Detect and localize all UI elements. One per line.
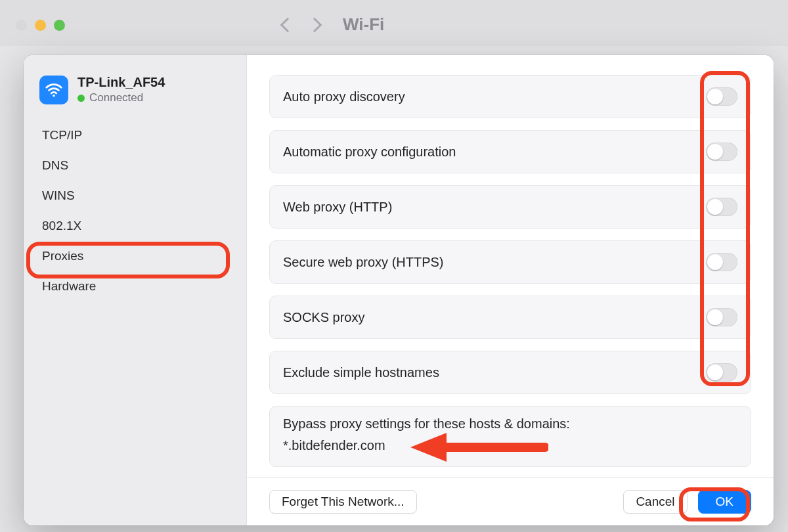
status-dot-icon (77, 95, 85, 102)
proxy-row-https[interactable]: Secure web proxy (HTTPS) (269, 240, 751, 284)
bypass-group[interactable]: Bypass proxy settings for these hosts & … (269, 406, 751, 467)
row-label: Secure web proxy (HTTPS) (283, 255, 444, 270)
sidebar-item-proxies[interactable]: Proxies (38, 241, 237, 271)
forget-network-button[interactable]: Forget This Network... (269, 490, 417, 514)
ok-button[interactable]: OK (698, 490, 751, 514)
proxy-row-auto-config[interactable]: Automatic proxy configuration (269, 130, 751, 173)
back-icon[interactable] (280, 17, 296, 32)
network-name: TP-Link_AF54 (77, 75, 165, 90)
sidebar-item-8021x[interactable]: 802.1X (38, 211, 237, 241)
svg-point-0 (53, 95, 55, 97)
row-label: Exclude simple hostnames (283, 365, 439, 380)
bypass-value[interactable]: *.bitdefender.com (283, 438, 737, 453)
cancel-button[interactable]: Cancel (623, 490, 687, 514)
forward-icon (307, 17, 322, 32)
row-label: Auto proxy discovery (283, 89, 405, 104)
wifi-icon (39, 76, 68, 104)
network-header: TP-Link_AF54 Connected (38, 71, 237, 116)
proxy-row-socks[interactable]: SOCKS proxy (269, 296, 751, 339)
footer: Forget This Network... Cancel OK (247, 477, 774, 525)
toggle-exclude-simple[interactable] (706, 363, 737, 382)
background-nav: Wi-Fi (282, 14, 384, 35)
window-traffic-lights (16, 20, 65, 31)
network-status: Connected (77, 91, 165, 104)
toggle-auto-discovery[interactable] (706, 87, 737, 106)
toggle-http[interactable] (706, 198, 737, 216)
background-title: Wi-Fi (343, 14, 384, 35)
sidebar-list: TCP/IP DNS WINS 802.1X Proxies Hardware (38, 120, 237, 301)
content-pane: Auto proxy discovery Automatic proxy con… (247, 55, 774, 525)
sidebar-item-dns[interactable]: DNS (38, 150, 237, 181)
sidebar: TP-Link_AF54 Connected TCP/IP DNS WINS 8… (24, 55, 247, 525)
sidebar-item-hardware[interactable]: Hardware (38, 271, 237, 301)
network-status-text: Connected (89, 91, 143, 104)
proxy-row-http[interactable]: Web proxy (HTTP) (269, 185, 751, 229)
proxy-row-exclude-simple[interactable]: Exclude simple hostnames (269, 351, 751, 394)
content-scroll: Auto proxy discovery Automatic proxy con… (247, 55, 774, 477)
toggle-auto-config[interactable] (706, 143, 737, 161)
row-label: Automatic proxy configuration (283, 144, 456, 160)
row-label: SOCKS proxy (283, 310, 364, 325)
bypass-label: Bypass proxy settings for these hosts & … (283, 416, 737, 432)
traffic-minimize[interactable] (35, 20, 46, 31)
traffic-close[interactable] (16, 20, 27, 31)
settings-sheet: TP-Link_AF54 Connected TCP/IP DNS WINS 8… (24, 55, 774, 525)
sidebar-item-tcpip[interactable]: TCP/IP (38, 120, 237, 150)
sidebar-item-wins[interactable]: WINS (38, 181, 237, 211)
proxy-row-auto-discovery[interactable]: Auto proxy discovery (269, 75, 751, 118)
toggle-socks[interactable] (706, 308, 737, 326)
row-label: Web proxy (HTTP) (283, 200, 392, 215)
toggle-https[interactable] (706, 253, 737, 271)
traffic-zoom[interactable] (54, 20, 65, 31)
